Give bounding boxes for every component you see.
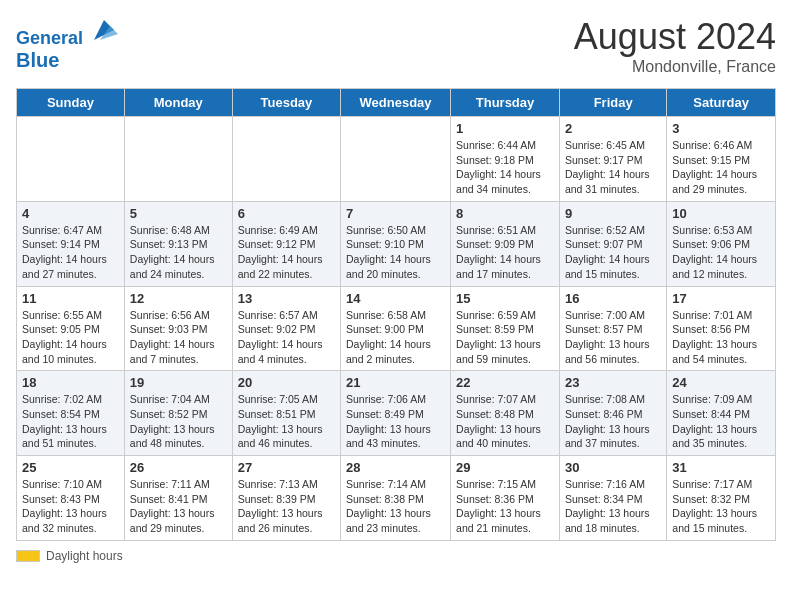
calendar-cell: 24Sunrise: 7:09 AM Sunset: 8:44 PM Dayli… bbox=[667, 371, 776, 456]
day-info: Sunrise: 7:09 AM Sunset: 8:44 PM Dayligh… bbox=[672, 392, 770, 451]
calendar-cell: 30Sunrise: 7:16 AM Sunset: 8:34 PM Dayli… bbox=[559, 456, 666, 541]
day-info: Sunrise: 6:48 AM Sunset: 9:13 PM Dayligh… bbox=[130, 223, 227, 282]
day-info: Sunrise: 6:49 AM Sunset: 9:12 PM Dayligh… bbox=[238, 223, 335, 282]
calendar-week-row: 18Sunrise: 7:02 AM Sunset: 8:54 PM Dayli… bbox=[17, 371, 776, 456]
day-info: Sunrise: 6:51 AM Sunset: 9:09 PM Dayligh… bbox=[456, 223, 554, 282]
calendar-cell: 12Sunrise: 6:56 AM Sunset: 9:03 PM Dayli… bbox=[124, 286, 232, 371]
day-number: 31 bbox=[672, 460, 770, 475]
day-number: 2 bbox=[565, 121, 661, 136]
calendar-cell: 15Sunrise: 6:59 AM Sunset: 8:59 PM Dayli… bbox=[451, 286, 560, 371]
daylight-label: Daylight hours bbox=[46, 549, 123, 563]
calendar-cell: 11Sunrise: 6:55 AM Sunset: 9:05 PM Dayli… bbox=[17, 286, 125, 371]
day-number: 23 bbox=[565, 375, 661, 390]
calendar-cell: 21Sunrise: 7:06 AM Sunset: 8:49 PM Dayli… bbox=[341, 371, 451, 456]
day-of-week-header: Friday bbox=[559, 89, 666, 117]
day-info: Sunrise: 7:17 AM Sunset: 8:32 PM Dayligh… bbox=[672, 477, 770, 536]
day-number: 28 bbox=[346, 460, 445, 475]
calendar-cell: 1Sunrise: 6:44 AM Sunset: 9:18 PM Daylig… bbox=[451, 117, 560, 202]
day-info: Sunrise: 6:52 AM Sunset: 9:07 PM Dayligh… bbox=[565, 223, 661, 282]
day-of-week-header: Sunday bbox=[17, 89, 125, 117]
day-info: Sunrise: 6:59 AM Sunset: 8:59 PM Dayligh… bbox=[456, 308, 554, 367]
day-info: Sunrise: 7:06 AM Sunset: 8:49 PM Dayligh… bbox=[346, 392, 445, 451]
footer: Daylight hours bbox=[16, 549, 776, 563]
calendar-cell: 20Sunrise: 7:05 AM Sunset: 8:51 PM Dayli… bbox=[232, 371, 340, 456]
day-number: 16 bbox=[565, 291, 661, 306]
day-number: 1 bbox=[456, 121, 554, 136]
header-row: SundayMondayTuesdayWednesdayThursdayFrid… bbox=[17, 89, 776, 117]
day-number: 22 bbox=[456, 375, 554, 390]
logo-icon bbox=[90, 16, 118, 44]
day-info: Sunrise: 7:02 AM Sunset: 8:54 PM Dayligh… bbox=[22, 392, 119, 451]
day-number: 6 bbox=[238, 206, 335, 221]
day-number: 11 bbox=[22, 291, 119, 306]
calendar-cell: 27Sunrise: 7:13 AM Sunset: 8:39 PM Dayli… bbox=[232, 456, 340, 541]
day-number: 8 bbox=[456, 206, 554, 221]
calendar-cell: 28Sunrise: 7:14 AM Sunset: 8:38 PM Dayli… bbox=[341, 456, 451, 541]
day-number: 24 bbox=[672, 375, 770, 390]
day-number: 7 bbox=[346, 206, 445, 221]
logo-general: General bbox=[16, 28, 83, 48]
location-title: Mondonville, France bbox=[574, 58, 776, 76]
calendar-cell: 19Sunrise: 7:04 AM Sunset: 8:52 PM Dayli… bbox=[124, 371, 232, 456]
calendar-body: 1Sunrise: 6:44 AM Sunset: 9:18 PM Daylig… bbox=[17, 117, 776, 541]
calendar-cell: 9Sunrise: 6:52 AM Sunset: 9:07 PM Daylig… bbox=[559, 201, 666, 286]
day-info: Sunrise: 7:15 AM Sunset: 8:36 PM Dayligh… bbox=[456, 477, 554, 536]
day-number: 17 bbox=[672, 291, 770, 306]
day-info: Sunrise: 7:04 AM Sunset: 8:52 PM Dayligh… bbox=[130, 392, 227, 451]
day-of-week-header: Thursday bbox=[451, 89, 560, 117]
day-info: Sunrise: 7:10 AM Sunset: 8:43 PM Dayligh… bbox=[22, 477, 119, 536]
day-info: Sunrise: 6:45 AM Sunset: 9:17 PM Dayligh… bbox=[565, 138, 661, 197]
calendar-week-row: 11Sunrise: 6:55 AM Sunset: 9:05 PM Dayli… bbox=[17, 286, 776, 371]
day-info: Sunrise: 6:53 AM Sunset: 9:06 PM Dayligh… bbox=[672, 223, 770, 282]
calendar-cell: 23Sunrise: 7:08 AM Sunset: 8:46 PM Dayli… bbox=[559, 371, 666, 456]
day-number: 4 bbox=[22, 206, 119, 221]
day-number: 29 bbox=[456, 460, 554, 475]
calendar-week-row: 1Sunrise: 6:44 AM Sunset: 9:18 PM Daylig… bbox=[17, 117, 776, 202]
day-number: 18 bbox=[22, 375, 119, 390]
calendar-week-row: 4Sunrise: 6:47 AM Sunset: 9:14 PM Daylig… bbox=[17, 201, 776, 286]
day-number: 21 bbox=[346, 375, 445, 390]
day-info: Sunrise: 6:56 AM Sunset: 9:03 PM Dayligh… bbox=[130, 308, 227, 367]
day-info: Sunrise: 7:00 AM Sunset: 8:57 PM Dayligh… bbox=[565, 308, 661, 367]
day-info: Sunrise: 6:55 AM Sunset: 9:05 PM Dayligh… bbox=[22, 308, 119, 367]
day-number: 3 bbox=[672, 121, 770, 136]
day-info: Sunrise: 7:05 AM Sunset: 8:51 PM Dayligh… bbox=[238, 392, 335, 451]
day-info: Sunrise: 6:47 AM Sunset: 9:14 PM Dayligh… bbox=[22, 223, 119, 282]
day-info: Sunrise: 7:01 AM Sunset: 8:56 PM Dayligh… bbox=[672, 308, 770, 367]
calendar-cell: 18Sunrise: 7:02 AM Sunset: 8:54 PM Dayli… bbox=[17, 371, 125, 456]
day-info: Sunrise: 7:07 AM Sunset: 8:48 PM Dayligh… bbox=[456, 392, 554, 451]
day-number: 30 bbox=[565, 460, 661, 475]
day-number: 9 bbox=[565, 206, 661, 221]
day-info: Sunrise: 6:46 AM Sunset: 9:15 PM Dayligh… bbox=[672, 138, 770, 197]
calendar-cell: 7Sunrise: 6:50 AM Sunset: 9:10 PM Daylig… bbox=[341, 201, 451, 286]
day-info: Sunrise: 6:44 AM Sunset: 9:18 PM Dayligh… bbox=[456, 138, 554, 197]
calendar-week-row: 25Sunrise: 7:10 AM Sunset: 8:43 PM Dayli… bbox=[17, 456, 776, 541]
day-of-week-header: Tuesday bbox=[232, 89, 340, 117]
calendar-cell bbox=[232, 117, 340, 202]
day-info: Sunrise: 6:50 AM Sunset: 9:10 PM Dayligh… bbox=[346, 223, 445, 282]
daylight-bar-icon bbox=[16, 550, 40, 562]
day-info: Sunrise: 6:58 AM Sunset: 9:00 PM Dayligh… bbox=[346, 308, 445, 367]
calendar-cell: 2Sunrise: 6:45 AM Sunset: 9:17 PM Daylig… bbox=[559, 117, 666, 202]
calendar-cell: 5Sunrise: 6:48 AM Sunset: 9:13 PM Daylig… bbox=[124, 201, 232, 286]
day-number: 19 bbox=[130, 375, 227, 390]
day-info: Sunrise: 6:57 AM Sunset: 9:02 PM Dayligh… bbox=[238, 308, 335, 367]
logo-blue: Blue bbox=[16, 49, 59, 71]
month-title: August 2024 bbox=[574, 16, 776, 58]
day-number: 25 bbox=[22, 460, 119, 475]
calendar-cell: 14Sunrise: 6:58 AM Sunset: 9:00 PM Dayli… bbox=[341, 286, 451, 371]
day-number: 5 bbox=[130, 206, 227, 221]
calendar-cell: 17Sunrise: 7:01 AM Sunset: 8:56 PM Dayli… bbox=[667, 286, 776, 371]
day-of-week-header: Saturday bbox=[667, 89, 776, 117]
calendar-cell: 29Sunrise: 7:15 AM Sunset: 8:36 PM Dayli… bbox=[451, 456, 560, 541]
calendar-cell: 25Sunrise: 7:10 AM Sunset: 8:43 PM Dayli… bbox=[17, 456, 125, 541]
page-header: General Blue August 2024 Mondonville, Fr… bbox=[16, 16, 776, 76]
day-number: 14 bbox=[346, 291, 445, 306]
calendar-cell: 8Sunrise: 6:51 AM Sunset: 9:09 PM Daylig… bbox=[451, 201, 560, 286]
calendar-cell: 16Sunrise: 7:00 AM Sunset: 8:57 PM Dayli… bbox=[559, 286, 666, 371]
calendar-header: SundayMondayTuesdayWednesdayThursdayFrid… bbox=[17, 89, 776, 117]
calendar-cell: 6Sunrise: 6:49 AM Sunset: 9:12 PM Daylig… bbox=[232, 201, 340, 286]
calendar-cell bbox=[17, 117, 125, 202]
calendar-cell bbox=[341, 117, 451, 202]
day-of-week-header: Wednesday bbox=[341, 89, 451, 117]
